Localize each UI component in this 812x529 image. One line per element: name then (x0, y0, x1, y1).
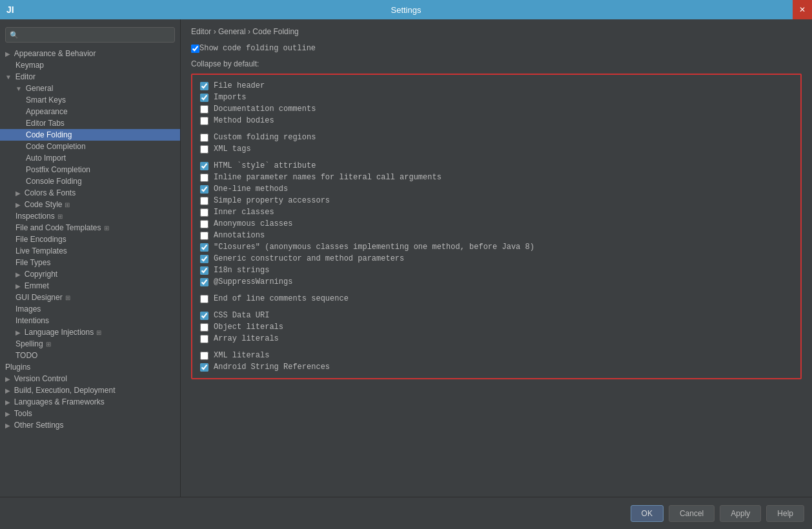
checkbox-imports[interactable] (200, 94, 208, 102)
cancel-button[interactable]: Cancel (669, 505, 715, 522)
sidebar-item-images[interactable]: Images (0, 303, 180, 315)
checkbox-generic-constructor[interactable] (200, 255, 208, 263)
checkbox-array-literals[interactable] (200, 335, 208, 343)
ok-button[interactable]: OK (631, 505, 664, 522)
section-gap (200, 288, 793, 293)
help-button[interactable]: Help (766, 505, 804, 522)
sidebar-item-code-completion[interactable]: Code Completion (0, 141, 180, 152)
sidebar-item-colors-fonts[interactable]: ▶ Colors & Fonts (0, 187, 180, 199)
checkbox-file-header[interactable] (200, 82, 208, 90)
checkbox-label-xml-tags: XML tags (214, 145, 251, 154)
checkbox-row-simple-property-accessors: Simple property accessors (200, 195, 793, 206)
checkbox-inline-parameter-names[interactable] (200, 174, 208, 182)
checkbox-simple-property-accessors[interactable] (200, 197, 208, 205)
sidebar-tree: ▶ Appearance & BehaviorKeymap▼ Editor▼ G… (0, 48, 180, 431)
checkbox-row-one-line-methods: One-line methods (200, 183, 793, 195)
sidebar-item-languages-frameworks[interactable]: ▶ Languages & Frameworks (0, 396, 180, 408)
sidebar-item-label: General (26, 84, 54, 93)
sidebar-item-appearance-behavior[interactable]: ▶ Appearance & Behavior (0, 48, 180, 59)
sidebar-item-emmet[interactable]: ▶ Emmet (0, 280, 180, 292)
checkbox-object-literals[interactable] (200, 323, 208, 332)
tree-arrow: ▶ (15, 283, 23, 290)
sidebar-item-version-control[interactable]: ▶ Version Control (0, 373, 180, 384)
search-box[interactable]: 🔍 (5, 27, 175, 43)
sidebar-item-label: TODO (15, 351, 37, 360)
show-outline-label: Show code folding outline (199, 44, 316, 53)
apply-button[interactable]: Apply (720, 505, 761, 522)
sidebar-item-file-types[interactable]: File Types (0, 257, 180, 268)
checkbox-label-anonymous-classes: Anonymous classes (214, 219, 292, 228)
sidebar-item-label: Build, Execution, Deployment (14, 386, 116, 395)
checkbox-xml-tags[interactable] (200, 145, 208, 154)
sidebar-item-build-execution[interactable]: ▶ Build, Execution, Deployment (0, 384, 180, 396)
sidebar-item-file-code-templates[interactable]: File and Code Templates⊞ (0, 222, 180, 234)
checkbox-row-i18n-strings: I18n strings (200, 264, 793, 276)
section-gap (200, 155, 793, 160)
sidebar-item-postfix-completion[interactable]: Postfix Completion (0, 164, 180, 175)
tree-arrow: ▼ (15, 85, 24, 92)
checkbox-custom-folding-regions[interactable] (200, 134, 208, 142)
sidebar-item-intentions[interactable]: Intentions (0, 315, 180, 326)
sidebar-item-tools[interactable]: ▶ Tools (0, 408, 180, 419)
checkbox-documentation-comments[interactable] (200, 105, 208, 114)
checkbox-android-string-references[interactable] (200, 363, 208, 372)
tree-arrow: ▶ (15, 201, 23, 208)
main-layout: 🔍 ▶ Appearance & BehaviorKeymap▼ Editor▼… (0, 19, 812, 497)
checkbox-xml-literals[interactable] (200, 352, 208, 360)
checkbox-row-array-literals: Array literals (200, 333, 793, 344)
section-gap (200, 304, 793, 310)
tree-arrow: ▶ (5, 410, 12, 417)
checkbox-method-bodies[interactable] (200, 117, 208, 125)
sidebar-item-keymap[interactable]: Keymap (0, 59, 180, 71)
sidebar-item-editor[interactable]: ▼ Editor (0, 71, 180, 83)
checkbox-end-of-line-comments[interactable] (200, 295, 208, 303)
sidebar-item-code-style[interactable]: ▶ Code Style⊞ (0, 199, 180, 210)
sidebar-item-label: Postfix Completion (26, 165, 90, 174)
checkbox-row-anonymous-classes: Anonymous classes (200, 218, 793, 230)
sidebar-item-label: GUI Designer (15, 293, 63, 302)
checkbox-row-annotations: Annotations (200, 230, 793, 241)
checkbox-annotations[interactable] (200, 232, 208, 240)
sidebar-item-label: Code Folding (26, 130, 72, 139)
tree-arrow: ▶ (15, 190, 23, 197)
close-button[interactable]: ✕ (793, 0, 812, 19)
checkbox-label-suppress-warnings: @SuppressWarnings (214, 277, 292, 286)
checkbox-suppress-warnings[interactable] (200, 278, 208, 286)
sidebar-item-auto-import[interactable]: Auto Import (0, 152, 180, 164)
search-input[interactable] (21, 30, 170, 39)
sidebar-item-inspections[interactable]: Inspections⊞ (0, 210, 180, 222)
checkbox-one-line-methods[interactable] (200, 185, 208, 194)
sidebar-item-appearance[interactable]: Appearance (0, 106, 180, 117)
checkbox-css-data-uri[interactable] (200, 312, 208, 320)
sidebar-item-language-injections[interactable]: ▶ Language Injections⊞ (0, 326, 180, 338)
sidebar-item-code-folding[interactable]: Code Folding (0, 129, 180, 141)
sidebar-item-editor-tabs[interactable]: Editor Tabs (0, 117, 180, 129)
checkbox-html-style-attribute[interactable] (200, 162, 208, 170)
checkbox-closures[interactable] (200, 243, 208, 252)
checkbox-i18n-strings[interactable] (200, 266, 208, 275)
tree-arrow: ▶ (5, 387, 12, 394)
checkbox-inner-classes[interactable] (200, 208, 208, 217)
sidebar-item-live-templates[interactable]: Live Templates (0, 245, 180, 257)
checkboxes-container: File headerImportsDocumentation comments… (200, 80, 793, 373)
checkbox-anonymous-classes[interactable] (200, 220, 208, 228)
bottom-bar: OK Cancel Apply Help (0, 497, 812, 529)
sidebar-item-console-folding[interactable]: Console Folding (0, 175, 180, 187)
checkbox-label-xml-literals: XML literals (214, 351, 269, 360)
sidebar-item-todo[interactable]: TODO (0, 350, 180, 361)
sidebar-item-other-settings[interactable]: ▶ Other Settings (0, 419, 180, 431)
content-area: Editor › General › Code Folding Show cod… (181, 19, 812, 497)
sidebar-item-label: Other Settings (14, 421, 64, 430)
show-outline-checkbox[interactable] (191, 45, 199, 53)
sidebar-item-gui-designer[interactable]: GUI Designer⊞ (0, 292, 180, 303)
checkbox-row-android-string-references: Android String References (200, 361, 793, 373)
sidebar-item-spelling[interactable]: Spelling⊞ (0, 338, 180, 350)
sidebar-item-label: Console Folding (26, 177, 82, 186)
sidebar-item-general[interactable]: ▼ General (0, 83, 180, 94)
checkbox-row-inner-classes: Inner classes (200, 206, 793, 218)
sidebar-item-plugins[interactable]: Plugins (0, 361, 180, 373)
sidebar-item-smart-keys[interactable]: Smart Keys (0, 94, 180, 106)
sidebar-item-file-encodings[interactable]: File Encodings (0, 234, 180, 245)
sidebar-item-label: Appearance (26, 107, 68, 116)
sidebar-item-copyright[interactable]: ▶ Copyright (0, 268, 180, 280)
